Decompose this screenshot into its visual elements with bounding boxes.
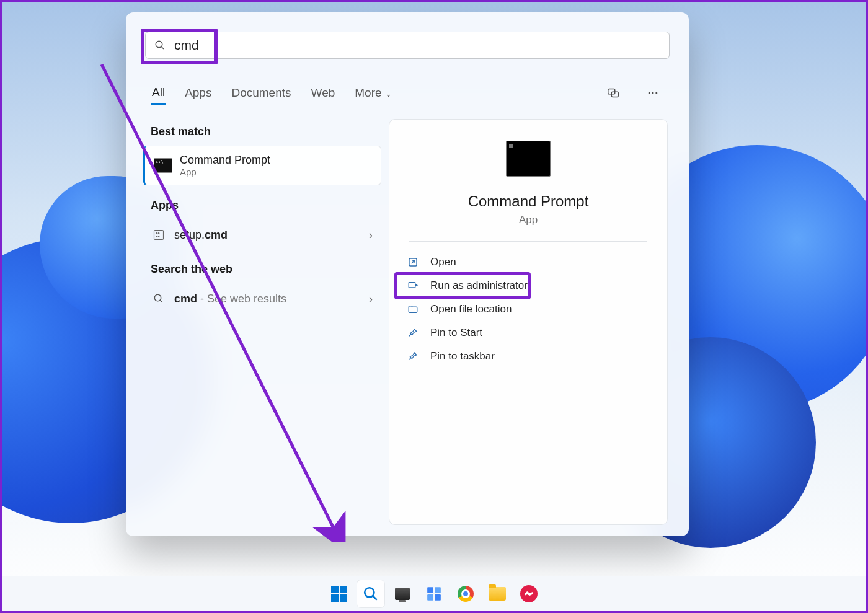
- tab-web[interactable]: Web: [310, 82, 337, 104]
- svg-point-6: [655, 92, 657, 94]
- action-open[interactable]: Open: [397, 250, 660, 274]
- svg-rect-20: [435, 587, 441, 593]
- widgets-icon: [426, 586, 442, 602]
- svg-rect-22: [435, 594, 441, 601]
- pin-icon: [407, 327, 419, 339]
- best-match-result[interactable]: Command Prompt App: [143, 146, 381, 185]
- web-result-cmd[interactable]: cmd - See web results ›: [143, 283, 381, 314]
- apps-result-prefix: setup.: [174, 229, 205, 241]
- apps-result-bold: cmd: [205, 229, 228, 241]
- command-prompt-icon: [154, 158, 172, 173]
- action-run-admin-label: Run as administrator: [430, 280, 528, 292]
- svg-point-9: [158, 233, 159, 234]
- svg-point-17: [365, 588, 374, 597]
- open-icon: [407, 256, 419, 268]
- taskbar-app-file-explorer[interactable]: [484, 580, 511, 607]
- search-results-column: Best match Command Prompt App Apps setup…: [143, 120, 381, 314]
- tab-more[interactable]: More ⌄: [353, 82, 393, 104]
- svg-rect-7: [154, 231, 164, 240]
- chevron-right-icon: ›: [369, 229, 373, 242]
- folder-icon: [489, 587, 506, 601]
- windows-logo-icon: [331, 586, 347, 602]
- detail-actions-list: Open Run as administrator Open file loca…: [389, 248, 667, 371]
- best-match-title: Command Prompt: [180, 154, 270, 167]
- screenshot-frame: All Apps Documents Web More ⌄ Best match…: [0, 0, 868, 613]
- svg-point-0: [156, 41, 162, 48]
- svg-line-13: [160, 300, 162, 302]
- action-pin-taskbar-label: Pin to taskbar: [430, 350, 495, 363]
- taskbar-app-chrome[interactable]: [452, 580, 479, 607]
- section-header-apps: Apps: [143, 194, 381, 219]
- task-view-button[interactable]: [389, 580, 416, 607]
- command-prompt-icon: [506, 141, 551, 177]
- taskbar: [2, 576, 866, 611]
- action-open-loc-label: Open file location: [430, 303, 512, 315]
- shield-admin-icon: [407, 280, 419, 292]
- svg-rect-21: [427, 594, 433, 601]
- search-filter-tabs: All Apps Documents Web More ⌄: [151, 78, 664, 108]
- folder-icon: [407, 303, 419, 315]
- action-pin-to-taskbar[interactable]: Pin to taskbar: [397, 345, 660, 368]
- svg-point-10: [156, 236, 157, 237]
- search-input[interactable]: [166, 37, 660, 53]
- svg-line-1: [161, 46, 164, 49]
- taskbar-app-lips[interactable]: [515, 580, 542, 607]
- best-match-subtitle: App: [180, 167, 270, 177]
- search-icon: [363, 586, 379, 602]
- taskbar-search-button[interactable]: [357, 580, 384, 607]
- action-run-as-administrator[interactable]: Run as administrator: [397, 274, 660, 298]
- tab-all[interactable]: All: [151, 82, 166, 105]
- start-button[interactable]: [326, 580, 353, 607]
- svg-line-18: [373, 596, 377, 600]
- web-result-suffix: - See web results: [197, 293, 286, 305]
- detail-title: Command Prompt: [389, 193, 667, 210]
- script-file-icon: [152, 228, 166, 242]
- action-open-label: Open: [430, 256, 456, 268]
- more-options-icon[interactable]: [642, 82, 664, 104]
- section-header-web: Search the web: [143, 258, 381, 283]
- svg-rect-19: [427, 587, 433, 593]
- web-result-term: cmd: [174, 293, 197, 305]
- svg-point-11: [158, 236, 159, 237]
- search-icon: [152, 292, 166, 306]
- tab-documents[interactable]: Documents: [230, 82, 292, 104]
- chrome-icon: [458, 586, 474, 602]
- svg-point-5: [652, 92, 654, 94]
- search-icon: [154, 40, 166, 51]
- chat-icon[interactable]: [602, 82, 624, 104]
- svg-point-12: [154, 294, 161, 301]
- tab-apps[interactable]: Apps: [184, 82, 213, 104]
- chevron-right-icon: ›: [369, 293, 373, 306]
- widgets-button[interactable]: [420, 580, 448, 607]
- detail-subtitle: App: [389, 214, 667, 226]
- svg-rect-15: [409, 283, 415, 288]
- search-input-container[interactable]: [145, 32, 670, 59]
- action-pin-start-label: Pin to Start: [430, 327, 482, 339]
- lips-app-icon: [520, 585, 538, 602]
- svg-point-8: [156, 233, 157, 234]
- start-search-panel: All Apps Documents Web More ⌄ Best match…: [126, 12, 689, 536]
- pin-icon: [407, 350, 419, 363]
- action-open-file-location[interactable]: Open file location: [397, 298, 660, 321]
- section-header-best-match: Best match: [143, 120, 381, 146]
- action-pin-to-start[interactable]: Pin to Start: [397, 321, 660, 345]
- task-view-icon: [395, 588, 410, 600]
- divider: [409, 241, 647, 242]
- result-detail-panel: Command Prompt App Open Run as administr…: [389, 119, 668, 525]
- apps-result-setup-cmd[interactable]: setup.cmd ›: [143, 219, 381, 250]
- chevron-down-icon: ⌄: [383, 89, 392, 99]
- svg-point-4: [649, 92, 650, 94]
